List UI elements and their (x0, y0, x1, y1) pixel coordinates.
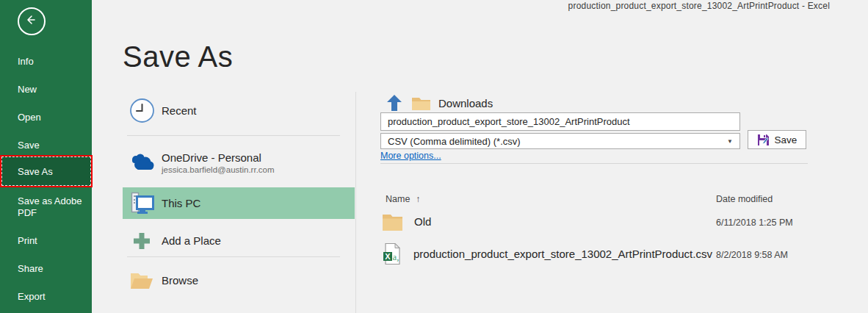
save-button[interactable]: Save (748, 130, 806, 149)
window-title: production_product_export_store_13002_Ar… (568, 1, 830, 11)
sidebar-item-open[interactable]: Open (0, 112, 92, 123)
sidebar-item-label: Print (18, 235, 37, 246)
folder-icon (382, 212, 403, 231)
up-arrow-icon[interactable] (386, 94, 402, 112)
file-type-dropdown[interactable]: CSV (Comma delimited) (*.csv) ▼ (380, 133, 740, 149)
place-recent[interactable]: Recent (123, 90, 355, 131)
location-folder-name[interactable]: Downloads (438, 97, 493, 109)
place-this-pc[interactable]: This PC (123, 187, 355, 219)
sort-ascending-icon: ↑ (416, 194, 420, 204)
column-header-name[interactable]: Name↑ (386, 194, 420, 204)
onedrive-cloud-icon (129, 153, 155, 172)
sidebar-item-print[interactable]: Print (0, 235, 92, 247)
sidebar-item-info[interactable]: Info (0, 56, 92, 68)
location-breadcrumb: Downloads (380, 94, 748, 112)
file-name: production_product_export_store_13002_Ar… (413, 248, 712, 260)
sidebar-item-label: Save as Adobe PDF (18, 195, 82, 218)
clock-icon (129, 98, 155, 123)
chevron-down-icon: ▼ (727, 138, 733, 145)
place-browse[interactable]: Browse (123, 263, 355, 297)
sidebar-item-label: Info (18, 56, 34, 67)
this-pc-icon (129, 191, 155, 216)
sidebar-item-label: Save (18, 140, 40, 151)
csv-file-icon: X a, (383, 242, 402, 265)
file-type-value: CSV (Comma delimited) (*.csv) (388, 136, 521, 147)
sidebar-item-label: Share (18, 263, 43, 274)
file-date-modified: 8/2/2018 9:58 AM (716, 250, 788, 260)
column-header-date-modified[interactable]: Date modified (716, 194, 773, 204)
column-header-label: Name (386, 194, 410, 204)
backstage-sidebar: Info New Open Save Save As Save as Adobe… (0, 0, 92, 313)
folder-icon (411, 96, 431, 111)
place-onedrive[interactable]: OneDrive - Personal jessica.barfield@aus… (123, 143, 355, 182)
save-button-label: Save (775, 134, 798, 145)
save-floppy-icon (757, 134, 770, 146)
page-title: Save As (123, 40, 233, 73)
file-name: Old (414, 215, 431, 228)
place-add-a-place[interactable]: Add a Place (123, 225, 355, 256)
column-header-label: Date modified (716, 194, 773, 204)
back-button[interactable] (18, 7, 46, 35)
sidebar-item-new[interactable]: New (0, 84, 92, 96)
sidebar-item-label: Save As (2, 166, 53, 177)
svg-text:a,: a, (393, 252, 399, 262)
sidebar-item-label: New (18, 84, 37, 95)
divider (380, 163, 808, 164)
place-label: Browse (162, 274, 198, 287)
filename-input[interactable] (380, 112, 740, 131)
sidebar-item-label: Open (18, 112, 41, 123)
place-label: This PC (162, 197, 200, 209)
panel-divider (355, 92, 356, 313)
sidebar-item-label: Export (18, 291, 46, 302)
open-folder-icon (129, 270, 155, 290)
place-label: Add a Place (162, 234, 221, 247)
sidebar-item-share[interactable]: Share (0, 263, 92, 275)
sidebar-item-save-as[interactable]: Save As (1, 156, 91, 186)
file-row[interactable]: X a, production_product_export_store_130… (383, 242, 712, 265)
sidebar-item-export[interactable]: Export (0, 291, 92, 303)
sidebar-item-save-as-adobe-pdf[interactable]: Save as Adobe PDF (0, 195, 87, 219)
divider (127, 135, 340, 136)
file-row[interactable]: Old (382, 212, 431, 231)
more-options-link[interactable]: More options... (380, 151, 441, 161)
place-account-email: jessica.barfield@austin.rr.com (162, 165, 275, 174)
back-arrow-icon (23, 11, 40, 32)
file-date-modified: 6/11/2018 1:25 PM (716, 217, 793, 228)
svg-text:X: X (385, 252, 391, 261)
save-as-annotation-box: Save As (0, 155, 93, 187)
place-label: Recent (162, 104, 197, 117)
sidebar-item-save[interactable]: Save (0, 140, 92, 151)
divider (127, 256, 340, 257)
place-label: OneDrive - Personal (162, 151, 275, 164)
plus-icon (129, 232, 155, 250)
